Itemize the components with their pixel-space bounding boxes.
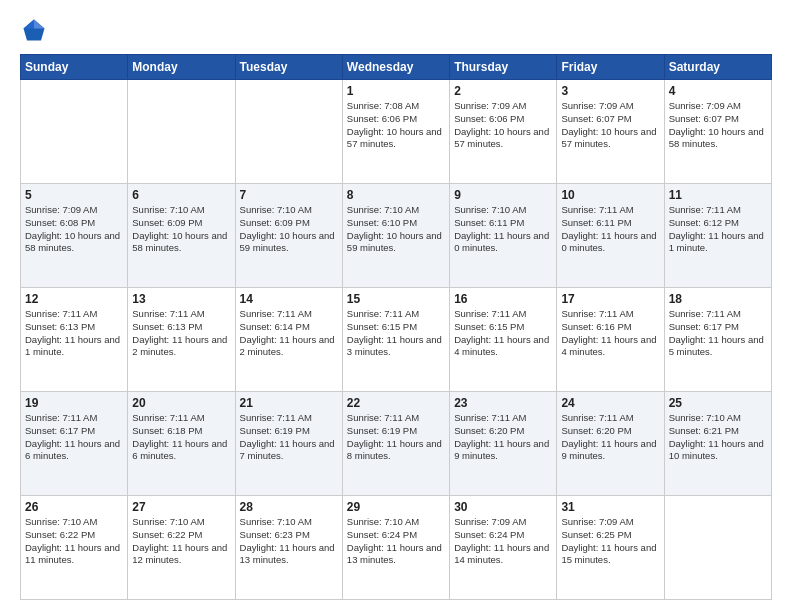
day-number: 18 <box>669 292 767 306</box>
calendar-cell: 17Sunrise: 7:11 AM Sunset: 6:16 PM Dayli… <box>557 288 664 392</box>
day-info: Sunrise: 7:11 AM Sunset: 6:20 PM Dayligh… <box>561 412 659 463</box>
calendar-cell: 20Sunrise: 7:11 AM Sunset: 6:18 PM Dayli… <box>128 392 235 496</box>
calendar-cell: 31Sunrise: 7:09 AM Sunset: 6:25 PM Dayli… <box>557 496 664 600</box>
calendar-cell: 28Sunrise: 7:10 AM Sunset: 6:23 PM Dayli… <box>235 496 342 600</box>
day-info: Sunrise: 7:09 AM Sunset: 6:07 PM Dayligh… <box>669 100 767 151</box>
day-info: Sunrise: 7:11 AM Sunset: 6:15 PM Dayligh… <box>347 308 445 359</box>
calendar-cell: 11Sunrise: 7:11 AM Sunset: 6:12 PM Dayli… <box>664 184 771 288</box>
day-number: 7 <box>240 188 338 202</box>
day-number: 20 <box>132 396 230 410</box>
day-number: 28 <box>240 500 338 514</box>
calendar-cell: 25Sunrise: 7:10 AM Sunset: 6:21 PM Dayli… <box>664 392 771 496</box>
calendar-cell <box>128 80 235 184</box>
day-number: 1 <box>347 84 445 98</box>
calendar-cell <box>235 80 342 184</box>
week-row-1: 1Sunrise: 7:08 AM Sunset: 6:06 PM Daylig… <box>21 80 772 184</box>
day-number: 12 <box>25 292 123 306</box>
day-info: Sunrise: 7:10 AM Sunset: 6:10 PM Dayligh… <box>347 204 445 255</box>
day-info: Sunrise: 7:11 AM Sunset: 6:12 PM Dayligh… <box>669 204 767 255</box>
day-info: Sunrise: 7:11 AM Sunset: 6:20 PM Dayligh… <box>454 412 552 463</box>
day-number: 27 <box>132 500 230 514</box>
day-number: 30 <box>454 500 552 514</box>
weekday-header-wednesday: Wednesday <box>342 55 449 80</box>
day-number: 9 <box>454 188 552 202</box>
calendar-cell: 6Sunrise: 7:10 AM Sunset: 6:09 PM Daylig… <box>128 184 235 288</box>
day-info: Sunrise: 7:11 AM Sunset: 6:17 PM Dayligh… <box>25 412 123 463</box>
day-info: Sunrise: 7:11 AM Sunset: 6:17 PM Dayligh… <box>669 308 767 359</box>
svg-marker-1 <box>34 20 45 29</box>
calendar-cell: 9Sunrise: 7:10 AM Sunset: 6:11 PM Daylig… <box>450 184 557 288</box>
calendar-cell: 27Sunrise: 7:10 AM Sunset: 6:22 PM Dayli… <box>128 496 235 600</box>
day-info: Sunrise: 7:08 AM Sunset: 6:06 PM Dayligh… <box>347 100 445 151</box>
calendar-cell: 16Sunrise: 7:11 AM Sunset: 6:15 PM Dayli… <box>450 288 557 392</box>
calendar-cell: 14Sunrise: 7:11 AM Sunset: 6:14 PM Dayli… <box>235 288 342 392</box>
day-info: Sunrise: 7:11 AM Sunset: 6:13 PM Dayligh… <box>132 308 230 359</box>
day-number: 14 <box>240 292 338 306</box>
day-number: 8 <box>347 188 445 202</box>
calendar-cell: 22Sunrise: 7:11 AM Sunset: 6:19 PM Dayli… <box>342 392 449 496</box>
calendar-cell: 29Sunrise: 7:10 AM Sunset: 6:24 PM Dayli… <box>342 496 449 600</box>
day-info: Sunrise: 7:10 AM Sunset: 6:23 PM Dayligh… <box>240 516 338 567</box>
calendar-cell: 26Sunrise: 7:10 AM Sunset: 6:22 PM Dayli… <box>21 496 128 600</box>
day-number: 26 <box>25 500 123 514</box>
day-number: 29 <box>347 500 445 514</box>
week-row-5: 26Sunrise: 7:10 AM Sunset: 6:22 PM Dayli… <box>21 496 772 600</box>
week-row-4: 19Sunrise: 7:11 AM Sunset: 6:17 PM Dayli… <box>21 392 772 496</box>
day-info: Sunrise: 7:11 AM Sunset: 6:18 PM Dayligh… <box>132 412 230 463</box>
weekday-header-saturday: Saturday <box>664 55 771 80</box>
day-number: 5 <box>25 188 123 202</box>
day-info: Sunrise: 7:09 AM Sunset: 6:07 PM Dayligh… <box>561 100 659 151</box>
calendar-cell: 30Sunrise: 7:09 AM Sunset: 6:24 PM Dayli… <box>450 496 557 600</box>
calendar-cell: 10Sunrise: 7:11 AM Sunset: 6:11 PM Dayli… <box>557 184 664 288</box>
day-number: 2 <box>454 84 552 98</box>
day-info: Sunrise: 7:09 AM Sunset: 6:25 PM Dayligh… <box>561 516 659 567</box>
day-info: Sunrise: 7:11 AM Sunset: 6:16 PM Dayligh… <box>561 308 659 359</box>
day-number: 15 <box>347 292 445 306</box>
calendar-cell: 3Sunrise: 7:09 AM Sunset: 6:07 PM Daylig… <box>557 80 664 184</box>
day-info: Sunrise: 7:11 AM Sunset: 6:14 PM Dayligh… <box>240 308 338 359</box>
weekday-header-monday: Monday <box>128 55 235 80</box>
day-info: Sunrise: 7:11 AM Sunset: 6:19 PM Dayligh… <box>240 412 338 463</box>
calendar-cell: 13Sunrise: 7:11 AM Sunset: 6:13 PM Dayli… <box>128 288 235 392</box>
logo <box>20 16 52 44</box>
day-info: Sunrise: 7:10 AM Sunset: 6:09 PM Dayligh… <box>132 204 230 255</box>
calendar-cell: 8Sunrise: 7:10 AM Sunset: 6:10 PM Daylig… <box>342 184 449 288</box>
week-row-2: 5Sunrise: 7:09 AM Sunset: 6:08 PM Daylig… <box>21 184 772 288</box>
day-info: Sunrise: 7:10 AM Sunset: 6:09 PM Dayligh… <box>240 204 338 255</box>
day-number: 3 <box>561 84 659 98</box>
calendar-cell <box>21 80 128 184</box>
day-info: Sunrise: 7:09 AM Sunset: 6:06 PM Dayligh… <box>454 100 552 151</box>
calendar-cell: 4Sunrise: 7:09 AM Sunset: 6:07 PM Daylig… <box>664 80 771 184</box>
calendar-cell: 12Sunrise: 7:11 AM Sunset: 6:13 PM Dayli… <box>21 288 128 392</box>
day-number: 31 <box>561 500 659 514</box>
day-number: 17 <box>561 292 659 306</box>
day-number: 21 <box>240 396 338 410</box>
svg-marker-2 <box>24 20 35 29</box>
day-number: 23 <box>454 396 552 410</box>
header <box>20 16 772 44</box>
day-info: Sunrise: 7:10 AM Sunset: 6:11 PM Dayligh… <box>454 204 552 255</box>
calendar-cell: 7Sunrise: 7:10 AM Sunset: 6:09 PM Daylig… <box>235 184 342 288</box>
day-info: Sunrise: 7:09 AM Sunset: 6:24 PM Dayligh… <box>454 516 552 567</box>
calendar-cell <box>664 496 771 600</box>
day-info: Sunrise: 7:10 AM Sunset: 6:22 PM Dayligh… <box>132 516 230 567</box>
calendar-cell: 15Sunrise: 7:11 AM Sunset: 6:15 PM Dayli… <box>342 288 449 392</box>
calendar-cell: 1Sunrise: 7:08 AM Sunset: 6:06 PM Daylig… <box>342 80 449 184</box>
day-info: Sunrise: 7:11 AM Sunset: 6:15 PM Dayligh… <box>454 308 552 359</box>
day-info: Sunrise: 7:11 AM Sunset: 6:13 PM Dayligh… <box>25 308 123 359</box>
week-row-3: 12Sunrise: 7:11 AM Sunset: 6:13 PM Dayli… <box>21 288 772 392</box>
calendar-table: SundayMondayTuesdayWednesdayThursdayFrid… <box>20 54 772 600</box>
day-number: 16 <box>454 292 552 306</box>
day-number: 11 <box>669 188 767 202</box>
day-info: Sunrise: 7:11 AM Sunset: 6:19 PM Dayligh… <box>347 412 445 463</box>
calendar-cell: 23Sunrise: 7:11 AM Sunset: 6:20 PM Dayli… <box>450 392 557 496</box>
logo-icon <box>20 16 48 44</box>
weekday-header-tuesday: Tuesday <box>235 55 342 80</box>
day-number: 6 <box>132 188 230 202</box>
calendar-cell: 24Sunrise: 7:11 AM Sunset: 6:20 PM Dayli… <box>557 392 664 496</box>
day-number: 4 <box>669 84 767 98</box>
day-number: 25 <box>669 396 767 410</box>
day-info: Sunrise: 7:10 AM Sunset: 6:21 PM Dayligh… <box>669 412 767 463</box>
calendar-cell: 19Sunrise: 7:11 AM Sunset: 6:17 PM Dayli… <box>21 392 128 496</box>
calendar-cell: 21Sunrise: 7:11 AM Sunset: 6:19 PM Dayli… <box>235 392 342 496</box>
